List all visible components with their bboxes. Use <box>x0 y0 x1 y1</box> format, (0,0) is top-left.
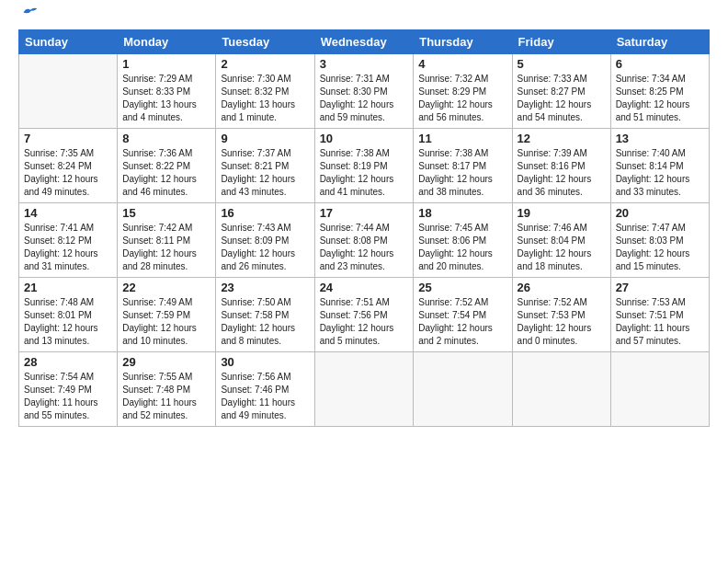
day-info: Sunrise: 7:48 AMSunset: 8:01 PMDaylight:… <box>24 296 112 348</box>
day-number: 19 <box>518 206 606 220</box>
day-info: Sunrise: 7:42 AMSunset: 8:11 PMDaylight:… <box>122 222 210 273</box>
day-number: 24 <box>320 281 409 294</box>
day-info: Sunrise: 7:41 AMSunset: 8:12 PMDaylight:… <box>24 222 112 273</box>
day-info: Sunrise: 7:37 AMSunset: 8:21 PMDaylight:… <box>221 147 309 199</box>
calendar-cell: 7Sunrise: 7:35 AMSunset: 8:24 PMDaylight… <box>19 129 118 203</box>
weekday-header-thursday: Thursday <box>414 30 512 54</box>
weekday-header-friday: Friday <box>512 30 610 54</box>
calendar-cell: 3Sunrise: 7:31 AMSunset: 8:30 PMDaylight… <box>314 54 414 129</box>
day-number: 12 <box>518 132 606 145</box>
day-number: 5 <box>518 57 606 71</box>
calendar-cell: 22Sunrise: 7:49 AMSunset: 7:59 PMDayligh… <box>118 278 216 352</box>
day-info: Sunrise: 7:30 AMSunset: 8:32 PMDaylight:… <box>221 73 309 124</box>
calendar-week-row: 28Sunrise: 7:54 AMSunset: 7:49 PMDayligh… <box>19 352 710 427</box>
day-number: 27 <box>616 281 704 294</box>
calendar-cell: 12Sunrise: 7:39 AMSunset: 8:16 PMDayligh… <box>512 129 610 203</box>
weekday-header-wednesday: Wednesday <box>314 30 414 54</box>
calendar-cell: 11Sunrise: 7:38 AMSunset: 8:17 PMDayligh… <box>414 129 512 203</box>
day-number: 23 <box>221 281 309 294</box>
calendar-week-row: 14Sunrise: 7:41 AMSunset: 8:12 PMDayligh… <box>19 203 710 278</box>
calendar-cell: 10Sunrise: 7:38 AMSunset: 8:19 PMDayligh… <box>314 129 414 203</box>
day-info: Sunrise: 7:45 AMSunset: 8:06 PMDaylight:… <box>418 222 506 273</box>
calendar-cell: 6Sunrise: 7:34 AMSunset: 8:25 PMDaylight… <box>610 54 709 129</box>
day-number: 29 <box>122 355 210 369</box>
day-info: Sunrise: 7:54 AMSunset: 7:49 PMDaylight:… <box>24 371 112 422</box>
day-number: 13 <box>616 132 704 145</box>
day-number: 15 <box>122 206 210 220</box>
weekday-header-tuesday: Tuesday <box>216 30 314 54</box>
day-number: 30 <box>221 355 309 369</box>
day-number: 10 <box>320 132 409 145</box>
day-info: Sunrise: 7:32 AMSunset: 8:29 PMDaylight:… <box>418 73 506 124</box>
day-number: 16 <box>221 206 309 220</box>
calendar-cell: 17Sunrise: 7:44 AMSunset: 8:08 PMDayligh… <box>314 203 414 278</box>
calendar-week-row: 21Sunrise: 7:48 AMSunset: 8:01 PMDayligh… <box>19 278 710 352</box>
calendar-cell: 5Sunrise: 7:33 AMSunset: 8:27 PMDaylight… <box>512 54 610 129</box>
calendar-cell: 26Sunrise: 7:52 AMSunset: 7:53 PMDayligh… <box>512 278 610 352</box>
calendar-cell: 25Sunrise: 7:52 AMSunset: 7:54 PMDayligh… <box>414 278 512 352</box>
calendar-cell <box>19 54 118 129</box>
day-number: 26 <box>518 281 606 294</box>
calendar-cell: 1Sunrise: 7:29 AMSunset: 8:33 PMDaylight… <box>118 54 216 129</box>
day-number: 25 <box>418 281 506 294</box>
calendar-cell <box>512 352 610 427</box>
day-info: Sunrise: 7:52 AMSunset: 7:53 PMDaylight:… <box>518 296 606 348</box>
day-info: Sunrise: 7:36 AMSunset: 8:22 PMDaylight:… <box>122 147 210 199</box>
calendar-cell: 18Sunrise: 7:45 AMSunset: 8:06 PMDayligh… <box>414 203 512 278</box>
calendar-cell: 16Sunrise: 7:43 AMSunset: 8:09 PMDayligh… <box>216 203 314 278</box>
calendar-cell <box>414 352 512 427</box>
day-info: Sunrise: 7:38 AMSunset: 8:17 PMDaylight:… <box>418 147 506 199</box>
day-info: Sunrise: 7:53 AMSunset: 7:51 PMDaylight:… <box>616 296 704 348</box>
day-info: Sunrise: 7:52 AMSunset: 7:54 PMDaylight:… <box>418 296 506 348</box>
day-number: 14 <box>24 206 112 220</box>
day-number: 17 <box>320 206 409 220</box>
calendar-cell: 15Sunrise: 7:42 AMSunset: 8:11 PMDayligh… <box>118 203 216 278</box>
day-info: Sunrise: 7:38 AMSunset: 8:19 PMDaylight:… <box>320 147 409 199</box>
day-info: Sunrise: 7:47 AMSunset: 8:03 PMDaylight:… <box>616 222 704 273</box>
weekday-header-monday: Monday <box>118 30 216 54</box>
calendar-cell: 19Sunrise: 7:46 AMSunset: 8:04 PMDayligh… <box>512 203 610 278</box>
calendar-cell: 24Sunrise: 7:51 AMSunset: 7:56 PMDayligh… <box>314 278 414 352</box>
day-number: 1 <box>122 57 210 71</box>
day-number: 8 <box>122 132 210 145</box>
calendar-cell <box>610 352 709 427</box>
day-number: 2 <box>221 57 309 71</box>
calendar-cell: 2Sunrise: 7:30 AMSunset: 8:32 PMDaylight… <box>216 54 314 129</box>
day-info: Sunrise: 7:31 AMSunset: 8:30 PMDaylight:… <box>320 73 409 124</box>
weekday-header-sunday: Sunday <box>19 30 118 54</box>
weekday-header-saturday: Saturday <box>610 30 709 54</box>
calendar-week-row: 7Sunrise: 7:35 AMSunset: 8:24 PMDaylight… <box>19 129 710 203</box>
day-number: 4 <box>418 57 506 71</box>
day-number: 18 <box>418 206 506 220</box>
day-info: Sunrise: 7:33 AMSunset: 8:27 PMDaylight:… <box>518 73 606 124</box>
day-number: 20 <box>616 206 704 220</box>
day-info: Sunrise: 7:46 AMSunset: 8:04 PMDaylight:… <box>518 222 606 273</box>
day-number: 28 <box>24 355 112 369</box>
calendar-header-row: SundayMondayTuesdayWednesdayThursdayFrid… <box>19 30 710 54</box>
calendar-cell: 20Sunrise: 7:47 AMSunset: 8:03 PMDayligh… <box>610 203 709 278</box>
day-number: 11 <box>418 132 506 145</box>
calendar-cell: 4Sunrise: 7:32 AMSunset: 8:29 PMDaylight… <box>414 54 512 129</box>
calendar-week-row: 1Sunrise: 7:29 AMSunset: 8:33 PMDaylight… <box>19 54 710 129</box>
day-info: Sunrise: 7:35 AMSunset: 8:24 PMDaylight:… <box>24 147 112 199</box>
day-number: 21 <box>24 281 112 294</box>
day-info: Sunrise: 7:29 AMSunset: 8:33 PMDaylight:… <box>122 73 210 124</box>
calendar-cell: 9Sunrise: 7:37 AMSunset: 8:21 PMDaylight… <box>216 129 314 203</box>
day-info: Sunrise: 7:34 AMSunset: 8:25 PMDaylight:… <box>616 73 704 124</box>
day-number: 7 <box>24 132 112 145</box>
calendar-cell: 28Sunrise: 7:54 AMSunset: 7:49 PMDayligh… <box>19 352 118 427</box>
calendar-table: SundayMondayTuesdayWednesdayThursdayFrid… <box>18 29 710 427</box>
calendar-cell <box>314 352 414 427</box>
calendar-cell: 23Sunrise: 7:50 AMSunset: 7:58 PMDayligh… <box>216 278 314 352</box>
day-info: Sunrise: 7:55 AMSunset: 7:48 PMDaylight:… <box>122 371 210 422</box>
day-number: 9 <box>221 132 309 145</box>
page: SundayMondayTuesdayWednesdayThursdayFrid… <box>0 0 728 563</box>
day-info: Sunrise: 7:56 AMSunset: 7:46 PMDaylight:… <box>221 371 309 422</box>
day-info: Sunrise: 7:51 AMSunset: 7:56 PMDaylight:… <box>320 296 409 348</box>
logo <box>18 17 39 22</box>
calendar-cell: 27Sunrise: 7:53 AMSunset: 7:51 PMDayligh… <box>610 278 709 352</box>
day-number: 22 <box>122 281 210 294</box>
day-info: Sunrise: 7:43 AMSunset: 8:09 PMDaylight:… <box>221 222 309 273</box>
day-info: Sunrise: 7:49 AMSunset: 7:59 PMDaylight:… <box>122 296 210 348</box>
header <box>18 17 710 22</box>
